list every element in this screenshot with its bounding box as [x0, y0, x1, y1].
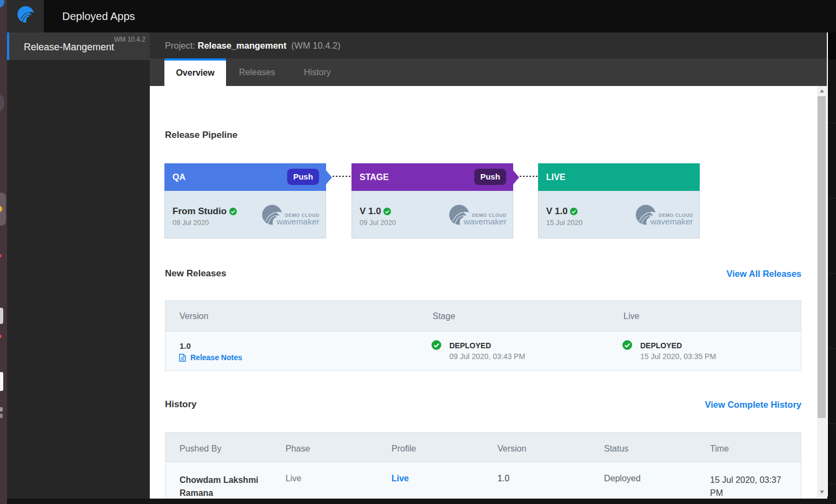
svg-text:wavemaker: wavemaker [650, 217, 693, 226]
svg-text:wavemaker: wavemaker [463, 217, 507, 226]
svg-text:wavemaker: wavemaker [276, 217, 320, 226]
